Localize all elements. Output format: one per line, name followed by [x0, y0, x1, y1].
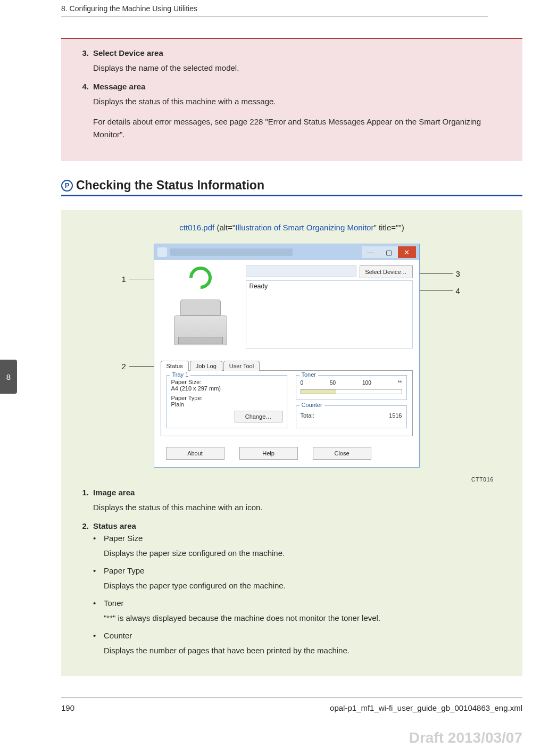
counter-fieldset: Counter Total: 1516	[296, 405, 407, 428]
toner-stars: **	[398, 380, 402, 386]
list-title: Status area	[93, 521, 136, 530]
list-body: Displays the status of this machine with…	[93, 95, 506, 108]
caption-close: " title="")	[373, 223, 404, 232]
window-top-panel: Select Device… Ready	[154, 260, 419, 359]
counter-total-label: Total:	[301, 412, 314, 419]
bullet-title: Paper Size	[104, 534, 143, 543]
bullet-body: Displays the paper size configured on th…	[104, 547, 506, 560]
page-content: 3. Select Device area Displays the name …	[0, 16, 549, 676]
bullet-item-paper-type: •Paper Type Displays the paper type conf…	[93, 566, 506, 592]
toner-scale-50: 50	[330, 380, 336, 386]
window-title-redacted	[170, 248, 293, 256]
app-icon	[157, 247, 167, 257]
callout-4: 4	[420, 286, 460, 295]
list-item-3: 3. Select Device area Displays the name …	[77, 48, 506, 74]
minimize-button[interactable]: —	[362, 246, 380, 258]
section-title: Checking the Status Information	[76, 178, 264, 193]
paper-size-value: A4 (210 x 297 mm)	[171, 385, 282, 392]
status-message: Ready	[249, 283, 268, 290]
draft-watermark: Draft 2013/03/07	[409, 729, 522, 746]
list-number: 4.	[77, 82, 93, 91]
window-controls: — ▢ ✕	[362, 246, 416, 258]
toner-scale-0: 0	[301, 380, 304, 386]
tab-bar: Status Job Log User Tool	[161, 361, 413, 371]
chapter-number: 8	[6, 372, 11, 381]
source-file: opal-p1_mf1_wi-fi_user_guide_gb_00104863…	[330, 703, 522, 712]
status-ring-icon	[185, 262, 216, 293]
tab-usertool[interactable]: User Tool	[223, 361, 260, 371]
bullet-body: Displays the paper type configured on th…	[104, 579, 506, 592]
bullet-item-toner: •Toner "**" is always displayed because …	[93, 599, 506, 625]
bullet-title: Counter	[104, 631, 132, 640]
numbered-list-pink: 3. Select Device area Displays the name …	[61, 38, 522, 161]
chapter-title: 8. Configuring the Machine Using Utiliti…	[61, 4, 197, 13]
section-rule	[61, 195, 522, 196]
bullet-body: Displays the number of pages that have b…	[104, 644, 506, 657]
callout-number: 3	[456, 269, 460, 278]
bullet-item-counter: •Counter Displays the number of pages th…	[93, 631, 506, 657]
list-number: 2.	[77, 521, 93, 530]
figure-alt-text: Illustration of Smart Organizing Monitor	[235, 223, 373, 232]
toner-scale-100: 100	[362, 380, 371, 386]
help-button[interactable]: Help	[239, 447, 298, 460]
list-body: Displays the name of the selected model.	[93, 62, 506, 74]
callout-number: 1	[122, 275, 126, 284]
list-title: Image area	[93, 488, 135, 497]
device-name-field-redacted	[246, 265, 356, 277]
bullet-body: "**" is always displayed because the mac…	[104, 612, 506, 625]
paper-type-value: Plain	[171, 401, 282, 408]
list-title: Message area	[93, 82, 145, 91]
toner-bar	[301, 389, 402, 394]
bullet-dot-icon: •	[93, 631, 104, 640]
list-item-2: 2. Status area •Paper Size Displays the …	[77, 521, 506, 657]
figure-area: 1 2 3 4 — ▢	[122, 244, 462, 467]
section-heading: P Checking the Status Information	[61, 178, 522, 193]
footer-rule	[61, 697, 522, 698]
green-box: ctt016.pdf (alt="Illustration of Smart O…	[61, 210, 522, 676]
maximize-button[interactable]: ▢	[380, 246, 398, 258]
list-title: Select Device area	[93, 48, 163, 57]
tab-joblog[interactable]: Job Log	[190, 361, 222, 371]
close-window-button[interactable]: Close	[313, 447, 371, 460]
page-footer: 190 opal-p1_mf1_wi-fi_user_guide_gb_0010…	[0, 697, 549, 712]
printer-illustration	[169, 293, 232, 345]
about-button[interactable]: About	[166, 447, 224, 460]
bottom-buttons: About Help Close	[154, 443, 419, 467]
toner-fieldset: Toner 0 50 100 **	[296, 375, 407, 400]
callout-number: 4	[456, 286, 460, 295]
counter-total-value: 1516	[389, 412, 402, 419]
callout-1: 1	[122, 275, 155, 284]
list-body: Displays the status of this machine with…	[93, 501, 506, 514]
bullet-dot-icon: •	[93, 599, 104, 608]
image-area	[161, 265, 240, 353]
message-area: Ready	[246, 280, 413, 348]
tab-status[interactable]: Status	[161, 361, 189, 371]
select-device-button[interactable]: Select Device…	[360, 265, 413, 278]
bullet-dot-icon: •	[93, 534, 104, 543]
tray-fieldset: Tray 1 Paper Size: A4 (210 x 297 mm) Pap…	[167, 375, 287, 428]
page-number: 190	[61, 703, 74, 712]
close-button[interactable]: ✕	[398, 246, 416, 258]
tray-legend: Tray 1	[170, 371, 191, 378]
p-badge-icon: P	[61, 180, 73, 192]
running-header: 8. Configuring the Machine Using Utiliti…	[0, 0, 549, 13]
bullet-dot-icon: •	[93, 566, 104, 575]
bullet-list: •Paper Size Displays the paper size conf…	[93, 534, 506, 657]
figure-code: CTT016	[77, 477, 494, 483]
right-panel: Select Device… Ready	[246, 265, 413, 353]
paper-size-label: Paper Size:	[171, 379, 282, 385]
list-item-1: 1. Image area Displays the status of thi…	[77, 488, 506, 514]
counter-legend: Counter	[300, 402, 325, 408]
app-window: — ▢ ✕	[154, 244, 420, 468]
paper-type-label: Paper Type:	[171, 395, 282, 401]
list-body: For details about error messages, see pa…	[93, 115, 506, 141]
bullet-item-paper-size: •Paper Size Displays the paper size conf…	[93, 534, 506, 560]
change-button[interactable]: Change…	[235, 411, 282, 422]
list-item-4: 4. Message area Displays the status of t…	[77, 82, 506, 141]
window-titlebar: — ▢ ✕	[154, 244, 419, 260]
figure-caption: ctt016.pdf (alt="Illustration of Smart O…	[77, 223, 506, 232]
chapter-tab: 8	[0, 360, 17, 394]
status-tab-panel: Tray 1 Paper Size: A4 (210 x 297 mm) Pap…	[161, 370, 413, 436]
figure-link[interactable]: ctt016.pdf	[179, 223, 214, 232]
caption-open: (alt="	[214, 223, 235, 232]
